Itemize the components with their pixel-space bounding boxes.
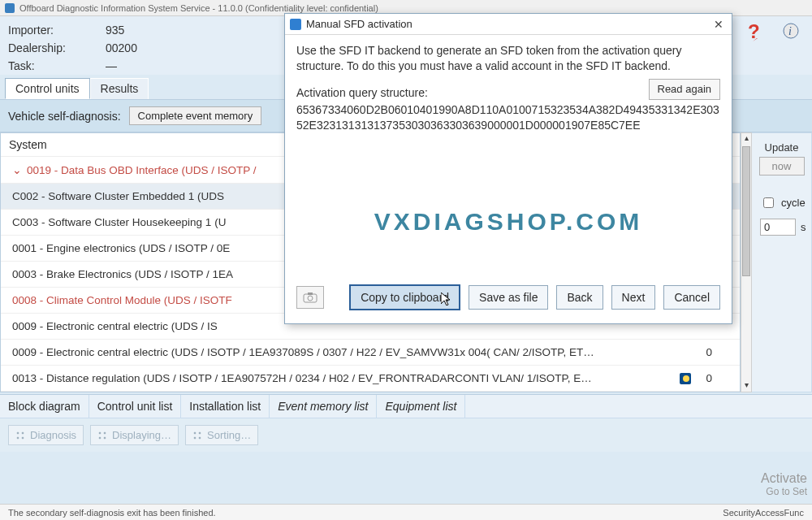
activate-watermark: Activate Go to Set — [761, 471, 807, 497]
expand-icon[interactable]: ⌄ — [12, 163, 22, 176]
tab-equipment-list[interactable]: Equipment list — [377, 395, 465, 418]
displaying-button[interactable]: Displaying… — [90, 425, 179, 445]
sorting-button[interactable]: Sorting… — [185, 425, 258, 445]
copy-label: Copy to clipboard — [361, 291, 449, 304]
moon-icon — [680, 373, 691, 384]
tab-control-unit-list[interactable]: Control unit list — [89, 395, 182, 418]
tab-results[interactable]: Results — [90, 78, 149, 99]
tab-installation-list[interactable]: Installation list — [181, 395, 270, 418]
self-diagnosis-label: Vehicle self-diagnosis: — [8, 110, 121, 123]
manual-sfd-activation-dialog: Manual SFD activation ✕ Use the SFD IT b… — [284, 13, 732, 324]
activation-query-structure-value: 65367334060D2B06010401990A8D110A01007153… — [296, 102, 720, 133]
status-left: The secondary self-diagnosis exit has be… — [8, 508, 216, 518]
close-icon[interactable]: ✕ — [710, 18, 727, 31]
system-item-0013[interactable]: 0013 - Distance regulation (UDS / ISOTP … — [1, 366, 740, 392]
scroll-thumb[interactable] — [742, 146, 750, 276]
info-icon[interactable]: i — [780, 20, 802, 42]
grid-icon — [15, 431, 25, 440]
window-title: Offboard Diagnostic Information System S… — [19, 3, 378, 13]
scroll-up-icon[interactable]: ▴ — [741, 133, 751, 145]
value-dealership: 00200 — [106, 39, 219, 57]
diagnosis-label: Diagnosis — [30, 429, 76, 441]
dialog-icon — [290, 19, 301, 30]
system-item-count: 0 — [706, 372, 728, 384]
system-item-label: 0009 - Electronic central electric (UDS … — [12, 346, 594, 358]
cancel-button[interactable]: Cancel — [663, 285, 720, 310]
back-button[interactable]: Back — [556, 285, 603, 310]
vertical-scrollbar[interactable]: ▴ ▾ — [741, 132, 752, 392]
complete-event-memory-button[interactable]: Complete event memory — [129, 106, 262, 125]
dialog-titlebar[interactable]: Manual SFD activation ✕ — [285, 14, 732, 35]
dialog-button-row: Copy to clipboard Save as file Back Next… — [285, 276, 732, 323]
app-icon — [5, 3, 15, 13]
cycle-seconds-input[interactable]: 0 — [760, 219, 796, 236]
update-label: Update — [757, 141, 806, 154]
system-item-label: 0001 - Engine electronics (UDS / ISOTP /… — [12, 242, 230, 254]
activate-line1: Activate — [761, 471, 807, 486]
displaying-label: Displaying… — [112, 429, 171, 441]
dialog-title: Manual SFD activation — [306, 18, 412, 30]
cycle-label: cycle — [781, 197, 806, 209]
tab-event-memory-list[interactable]: Event memory list — [270, 395, 377, 418]
svg-text:i: i — [788, 25, 792, 37]
tab-block-diagram[interactable]: Block diagram — [0, 395, 89, 418]
value-importer: 935 — [106, 21, 219, 39]
activate-line2: Go to Set — [761, 486, 807, 497]
cursor-icon — [441, 292, 451, 306]
save-as-file-button[interactable]: Save as file — [469, 285, 548, 310]
label-importer: Importer: — [8, 21, 106, 39]
svg-rect-7 — [308, 292, 313, 295]
system-item-0009b[interactable]: 0009 - Electronic central electric (UDS … — [1, 340, 740, 366]
system-item-label: 0013 - Distance regulation (UDS / ISOTP … — [12, 372, 592, 384]
grid-icon — [192, 431, 202, 440]
label-task: Task: — [8, 57, 106, 75]
tab-control-units[interactable]: Control units — [5, 78, 90, 99]
update-now-button[interactable]: now — [759, 157, 805, 176]
seconds-unit: s — [801, 221, 806, 233]
system-item-label: 0008 - Climate Control Module (UDS / ISO… — [12, 294, 232, 306]
system-item-label: C003 - Software Cluster Housekeeping 1 (… — [12, 216, 226, 228]
value-task: — — [106, 57, 219, 75]
next-button[interactable]: Next — [611, 285, 656, 310]
system-item-label: 0019 - Data Bus OBD Interface (UDS / ISO… — [27, 164, 257, 176]
system-item-label: 0009 - Electronic central electric (UDS … — [12, 320, 218, 332]
system-item-count: 0 — [706, 346, 728, 358]
scroll-down-icon[interactable]: ▾ — [741, 380, 751, 392]
label-dealership: Dealership: — [8, 39, 106, 57]
diagnosis-button[interactable]: Diagnosis — [8, 425, 84, 445]
copy-to-clipboard-button[interactable]: Copy to clipboard — [349, 284, 460, 310]
svg-point-8 — [308, 296, 313, 301]
help-icon[interactable]: ? — [744, 20, 767, 42]
system-item-label: C002 - Software Cluster Embedded 1 (UDS — [12, 190, 224, 202]
sorting-label: Sorting… — [207, 429, 251, 441]
status-bar: The secondary self-diagnosis exit has be… — [0, 504, 812, 520]
status-right: SecurityAccessFunc — [723, 508, 804, 518]
cycle-checkbox[interactable] — [763, 197, 774, 208]
bottom-action-bar: Diagnosis Displaying… Sorting… — [0, 418, 812, 452]
read-again-button[interactable]: Read again — [649, 79, 721, 100]
system-item-label: 0003 - Brake Electronics (UDS / ISOTP / … — [12, 268, 233, 280]
dialog-text: Use the SFD IT backend to generate an SF… — [296, 43, 720, 74]
camera-icon-button[interactable] — [296, 286, 324, 309]
watermark-text: VXDIAGSHOP.COM — [296, 206, 720, 239]
bottom-tabs: Block diagram Control unit list Installa… — [0, 394, 812, 418]
svg-text:?: ? — [748, 20, 760, 41]
update-panel: Update now cycle 0 s — [752, 132, 812, 392]
grid-icon — [97, 431, 107, 440]
